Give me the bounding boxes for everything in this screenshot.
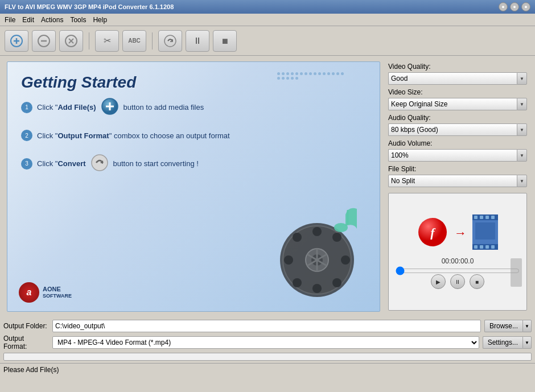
output-format-select[interactable]: MP4 - MPEG-4 Video Format (*.mp4) AVI - … [52,336,479,349]
svg-point-23 [332,278,341,287]
output-folder-row: Output Folder: Browse... ▼ [3,320,532,332]
clear-button[interactable] [59,30,83,52]
playback-slider[interactable] [396,269,520,273]
step-3-text-after: button to start converting ! [113,159,199,168]
svg-rect-42 [485,245,489,249]
browse-button[interactable]: Browse... [484,320,522,332]
svg-point-8 [164,35,176,47]
browse-arrow-button[interactable]: ▼ [522,320,532,332]
maximize-button[interactable]: ● [510,2,519,11]
preview-image: f → [417,214,498,251]
svg-point-19 [341,255,350,265]
svg-rect-43 [491,245,495,249]
remove-button[interactable] [32,30,56,52]
audio-quality-select[interactable]: 80 kbps (Good) 128 kbps (Normal) 192 kbp… [388,123,517,136]
step-1-text-after: button to add media files [124,103,204,112]
stop-playback-button[interactable]: ■ [470,274,484,289]
film-reel-decoration [266,197,368,300]
pause-button[interactable]: ⏸ [186,30,209,52]
menu-actions[interactable]: Actions [41,16,63,24]
logo: a AONE SOFTWARE [19,282,72,303]
settings-button[interactable]: Settings... [483,336,522,349]
output-folder-input[interactable] [52,320,481,332]
convert-arrow-icon: → [454,226,467,241]
play-button[interactable]: ▶ [431,274,446,289]
add-file-button[interactable] [5,30,28,52]
svg-rect-40 [474,245,478,249]
audio-volume-label: Audio Volume: [388,139,527,147]
convert-button[interactable] [158,30,182,52]
step-2-text-after: " combox to choose an output format [109,131,230,140]
bottom-section: Output Folder: Browse... ▼ Output Format… [0,317,535,363]
main-content-panel: Getting Started 1 Click " Add File(s) [7,61,380,312]
video-size-arrow[interactable]: ▼ [517,98,527,110]
menu-help[interactable]: Help [93,16,107,24]
svg-rect-36 [474,216,478,219]
audio-quality-arrow[interactable]: ▼ [517,123,527,136]
svg-rect-39 [491,216,495,219]
file-split-arrow[interactable]: ▼ [517,175,527,187]
settings-arrow-button[interactable]: ▼ [522,336,532,349]
audio-volume-arrow[interactable]: ▼ [517,149,527,162]
status-bar: Please Add File(s) [0,363,535,376]
progress-bar-container [3,353,532,361]
menu-file[interactable]: File [5,16,15,24]
logo-icon: a [19,282,39,303]
video-quality-label: Video Quality: [388,63,527,71]
right-settings-panel: Video Quality: Good Normal High Very Hig… [384,58,532,315]
timecode-display: 00:00:00.0 [442,257,474,265]
rename-button[interactable]: ABC [122,30,146,52]
svg-point-12 [92,155,108,171]
status-text: Please Add File(s) [3,366,59,374]
logo-text-line2: SOFTWARE [43,293,72,299]
cut-button[interactable]: ✂ [95,30,119,52]
file-split-wrapper: No Split By Size By Duration ▼ [388,175,527,187]
svg-point-18 [284,255,293,265]
steps-list: 1 Click " Add File(s) [21,97,380,174]
step-3-number: 3 [21,158,32,170]
video-size-select[interactable]: Keep Original Size 320x240 640x480 1280x… [388,98,517,110]
step-3: 3 Click " Convert button to start conver… [21,154,380,174]
playback-controls: ▶ ⏸ ■ [431,274,484,289]
video-size-label: Video Size: [388,88,527,96]
file-split-section: File Split: No Split By Size By Duration… [388,165,527,187]
svg-point-17 [312,284,322,293]
menu-tools[interactable]: Tools [70,16,86,24]
step-2: 2 Click " Output Format " combox to choo… [21,130,380,141]
film-strip-shadow [511,258,522,288]
step-1: 1 Click " Add File(s) [21,97,380,117]
toolbar-separator-2 [152,32,153,49]
audio-volume-select[interactable]: 100% 80% 120% 150% [388,149,517,162]
video-quality-wrapper: Good Normal High Very High ▼ [388,72,527,85]
logo-text-line1: AONE [43,286,72,293]
menu-bar: File Edit Actions Tools Help [0,14,535,26]
toolbar-separator-1 [89,32,89,49]
settings-button-group: Settings... ▼ [483,336,532,349]
svg-rect-45 [511,258,522,287]
output-format-row: Output Format: MP4 - MPEG-4 Video Format… [3,335,532,350]
output-format-label: Output Format: [3,335,49,350]
minimize-button[interactable]: ● [499,2,508,11]
step-1-bold: Add File(s) [57,103,96,112]
close-button[interactable]: ● [521,2,530,11]
svg-point-21 [332,233,341,242]
preview-panel: f → [388,193,527,311]
audio-volume-section: Audio Volume: 100% 80% 120% 150% ▼ [388,139,527,162]
video-quality-arrow[interactable]: ▼ [517,72,527,85]
app-title: FLV to AVI MPEG WMV 3GP MP4 iPod Convert… [5,3,174,10]
decorative-dots [277,72,345,80]
pause-playback-button[interactable]: ⏸ [450,274,465,289]
file-split-select[interactable]: No Split By Size By Duration [388,175,517,187]
step-1-icon-add [101,97,119,117]
step-2-text-before: Click " [37,131,57,140]
svg-rect-37 [480,216,483,219]
stop-button[interactable]: ⏹ [213,30,237,52]
step-2-number: 2 [21,130,32,141]
video-size-wrapper: Keep Original Size 320x240 640x480 1280x… [388,98,527,110]
video-quality-select[interactable]: Good Normal High Very High [388,72,517,85]
step-3-icon-convert [90,154,109,174]
audio-quality-wrapper: 80 kbps (Good) 128 kbps (Normal) 192 kbp… [388,123,527,136]
audio-quality-section: Audio Quality: 80 kbps (Good) 128 kbps (… [388,114,527,136]
menu-edit[interactable]: Edit [22,16,34,24]
browse-button-group: Browse... ▼ [484,320,532,332]
